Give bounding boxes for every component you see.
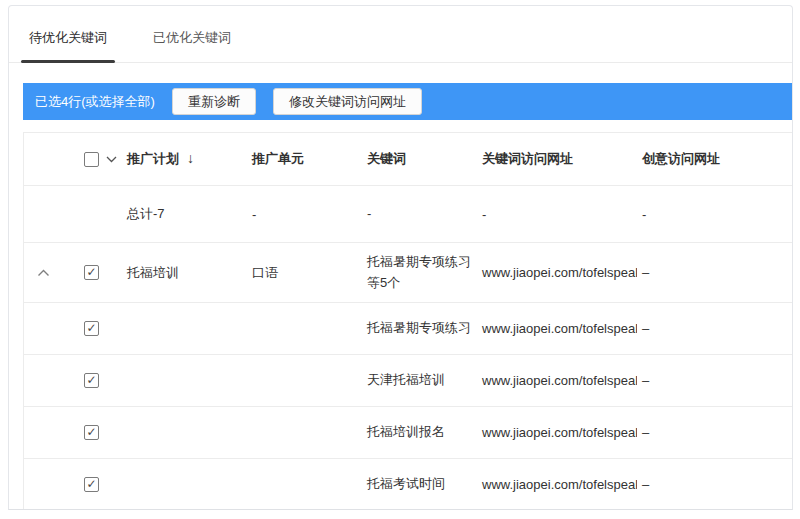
modify-keyword-url-button[interactable]: 修改关键词访问网址 — [273, 88, 422, 115]
table-row: 托福培训报名 www.jiaopei.com/tofelspeak – — [24, 407, 792, 459]
cell-creative-url: – — [637, 265, 792, 280]
cell-keyword-url: www.jiaopei.com/tofelspeak — [477, 321, 637, 336]
header-unit[interactable]: 推广单元 — [247, 150, 362, 168]
cell-keyword: 托福暑期专项练习等5个 — [362, 252, 477, 292]
row-checkbox[interactable] — [84, 265, 99, 280]
summary-row: 总计-7 - - - - — [24, 186, 792, 243]
header-plan[interactable]: 推广计划↓ — [122, 150, 247, 168]
header-keyword[interactable]: 关键词 — [362, 149, 477, 169]
keywords-table: 推广计划↓ 推广单元 关键词 关键词访问网址 创意访问网址 总计-7 - - -… — [23, 132, 792, 510]
selection-action-bar: 已选4行(或选择全部) 重新诊断 修改关键词访问网址 — [23, 83, 792, 120]
summary-keyword-url: - — [477, 207, 637, 222]
cell-keyword-url: www.jiaopei.com/tofelspeak — [477, 425, 637, 440]
row-checkbox[interactable] — [84, 373, 99, 388]
cell-keyword: 托福暑期专项练习 — [362, 318, 477, 338]
select-dropdown-icon[interactable] — [106, 156, 117, 163]
cell-keyword-url: www.jiaopei.com/tofelspeak — [477, 477, 637, 492]
summary-total: 总计-7 — [122, 205, 247, 223]
summary-unit: - — [247, 207, 362, 222]
cell-keyword: 天津托福培训 — [362, 370, 477, 390]
table-row: 托福考试时间 www.jiaopei.com/tofelspeak – — [24, 459, 792, 510]
keyword-optimization-panel: 待优化关键词 已优化关键词 已选4行(或选择全部) 重新诊断 修改关键词访问网址… — [8, 5, 793, 510]
row-checkbox[interactable] — [84, 477, 99, 492]
sort-descending-icon[interactable]: ↓ — [187, 150, 194, 166]
selection-count-text: 已选4行(或选择全部) — [35, 93, 155, 111]
header-select-cell — [72, 152, 122, 167]
tab-bar: 待优化关键词 已优化关键词 — [9, 6, 792, 63]
cell-unit: 口语 — [247, 264, 362, 282]
table-row: 托福培训 口语 托福暑期专项练习等5个 www.jiaopei.com/tofe… — [24, 243, 792, 303]
row-checkbox[interactable] — [84, 425, 99, 440]
cell-creative-url: – — [637, 321, 792, 336]
summary-keyword: - — [362, 204, 477, 224]
cell-creative-url: – — [637, 425, 792, 440]
cell-keyword-url: www.jiaopei.com/tofelspeak — [477, 373, 637, 388]
rediagnose-button[interactable]: 重新诊断 — [172, 88, 256, 115]
tab-optimized-keywords[interactable]: 已优化关键词 — [145, 29, 239, 62]
tab-pending-keywords[interactable]: 待优化关键词 — [21, 29, 115, 62]
cell-plan: 托福培训 — [122, 264, 247, 282]
row-checkbox[interactable] — [84, 321, 99, 336]
table-row: 天津托福培训 www.jiaopei.com/tofelspeak – — [24, 355, 792, 407]
header-keyword-url[interactable]: 关键词访问网址 — [477, 150, 637, 168]
cell-creative-url: – — [637, 477, 792, 492]
table-header-row: 推广计划↓ 推广单元 关键词 关键词访问网址 创意访问网址 — [24, 133, 792, 186]
cell-keyword: 托福培训报名 — [362, 422, 477, 442]
cell-keyword-url: www.jiaopei.com/tofelspeak — [477, 265, 637, 280]
collapse-row-icon[interactable] — [37, 269, 50, 277]
select-all-checkbox[interactable] — [84, 152, 99, 167]
summary-creative-url: - — [637, 207, 792, 222]
table-row: 托福暑期专项练习 www.jiaopei.com/tofelspeak – — [24, 303, 792, 355]
cell-keyword: 托福考试时间 — [362, 474, 477, 494]
header-creative-url[interactable]: 创意访问网址 — [637, 150, 792, 168]
cell-creative-url: – — [637, 373, 792, 388]
header-plan-label: 推广计划 — [127, 151, 179, 166]
